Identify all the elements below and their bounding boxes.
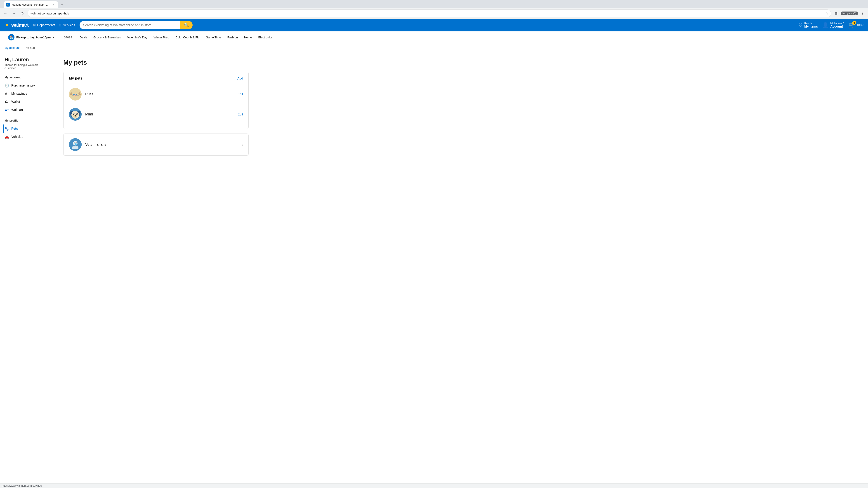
my-items-label: My Items: [804, 25, 818, 28]
account-action[interactable]: 👤 Hi, Lauren D Account: [822, 22, 844, 28]
svg-point-7: [76, 94, 77, 95]
edit-mimi-button[interactable]: Edit: [238, 112, 243, 116]
breadcrumb-separator: /: [22, 46, 23, 50]
sidebar-item-walmart-plus[interactable]: W+ Walmart+: [4, 106, 50, 114]
account-label: Account: [830, 25, 844, 28]
nav-link-deals[interactable]: Deals: [77, 33, 90, 42]
svg-point-20: [73, 113, 74, 114]
url-input[interactable]: [31, 12, 824, 15]
services-nav[interactable]: ⊟ Services: [59, 23, 75, 27]
dog-avatar-svg: [69, 108, 82, 121]
departments-grid-icon: ⊞: [33, 23, 36, 27]
sidebar-pets-label: Pets: [11, 127, 18, 130]
sidebar-account-section: My account 🕐 Purchase history ◎ My savin…: [4, 74, 50, 114]
secondary-nav-links: Deals Grocery & Essentials Valentine's D…: [77, 33, 275, 42]
extensions-button[interactable]: ⊞: [833, 10, 840, 17]
svg-point-8: [75, 95, 76, 96]
svg-point-3: [72, 92, 79, 99]
status-url: https://www.walmart.com/savings: [2, 484, 42, 487]
back-button[interactable]: ←: [2, 10, 9, 17]
svg-point-19: [76, 113, 78, 115]
favorite-icon[interactable]: ☆: [825, 11, 828, 15]
departments-nav[interactable]: ⊞ Departments: [33, 23, 55, 27]
walmart-spark-icon: ✦: [4, 22, 9, 29]
search-button[interactable]: 🔍: [180, 21, 193, 29]
nav-link-fashion[interactable]: Fashion: [225, 33, 241, 42]
tab-bar: W Manage Account - Pet hub - W... × +: [0, 0, 868, 8]
pickup-dropdown-icon: ▾: [53, 35, 54, 39]
cat-avatar-svg: [69, 88, 82, 101]
nav-link-valentines[interactable]: Valentine's Day: [125, 33, 150, 42]
sidebar-item-purchase-history[interactable]: 🕐 Purchase history: [4, 81, 50, 90]
browser-chrome: W Manage Account - Pet hub - W... × + ← …: [0, 0, 868, 19]
sidebar-item-vehicles[interactable]: 🚗 Vehicles: [4, 133, 50, 141]
walmart-logo[interactable]: ✦ walmart: [4, 22, 29, 29]
add-pet-button[interactable]: Add: [237, 76, 243, 80]
page-title: My pets: [63, 59, 249, 66]
pickup-text: Pickup today, 9pm-10pm: [16, 36, 51, 39]
tab-close-button[interactable]: ×: [51, 3, 55, 7]
walmart-header: ✦ walmart ⊞ Departments ⊟ Services 🔍 ♡ R…: [0, 19, 868, 31]
sidebar: Hi, Lauren Thanks for being a Walmart cu…: [0, 52, 54, 488]
walmart-logo-text: walmart: [11, 22, 29, 28]
svg-point-21: [76, 113, 77, 114]
vet-avatar: 🩺: [69, 138, 82, 151]
sidebar-greeting-name: Hi, Lauren: [4, 57, 50, 63]
sidebar-walmart-plus-label: Walmart+: [11, 108, 25, 111]
breadcrumb-my-account[interactable]: My account: [4, 46, 20, 50]
nav-link-grocery[interactable]: Grocery & Essentials: [91, 33, 123, 42]
pet-avatar-puss: [69, 88, 82, 101]
cart-badge: 0: [852, 21, 856, 25]
header-nav: ⊞ Departments ⊟ Services: [33, 23, 75, 27]
sidebar-item-my-savings[interactable]: ◎ My savings: [4, 90, 50, 98]
sidebar-item-pets[interactable]: 🐾 Pets: [3, 125, 50, 133]
cart-action[interactable]: 🛒 0 $0.00: [849, 22, 864, 28]
nav-link-cold[interactable]: Cold, Cough & Flu: [173, 33, 202, 42]
tab-favicon: W: [6, 3, 10, 6]
account-icon: 👤: [822, 22, 829, 28]
nav-link-electronics[interactable]: Electronics: [256, 33, 276, 42]
sidebar-vehicles-label: Vehicles: [11, 135, 23, 138]
vets-card[interactable]: 🩺 Veterinarians ›: [63, 133, 249, 156]
sidebar-purchase-history-label: Purchase history: [11, 84, 35, 87]
header-actions: ♡ Reorder My Items 👤 Hi, Lauren D Accoun…: [798, 22, 864, 28]
pets-card-header: My pets Add: [69, 76, 243, 80]
vehicles-icon: 🚗: [4, 134, 9, 139]
pet-row-mimi: Mimi Edit: [69, 104, 243, 124]
pet-row-puss: Puss Edit: [69, 84, 243, 104]
sidebar-wallet-label: Wallet: [11, 100, 20, 103]
nav-link-winter-prep[interactable]: Winter Prep: [151, 33, 172, 42]
tab-title: Manage Account - Pet hub - W...: [11, 3, 49, 6]
pickup-info[interactable]: 🏪 Pickup today, 9pm-10pm ▾ | 07094: [4, 31, 76, 43]
svg-text:🩺: 🩺: [74, 142, 77, 145]
nav-link-home[interactable]: Home: [241, 33, 255, 42]
sidebar-greeting: Hi, Lauren Thanks for being a Walmart cu…: [4, 57, 50, 70]
refresh-button[interactable]: ↻: [19, 10, 26, 17]
incognito-badge[interactable]: Incognito (3): [841, 11, 858, 15]
nav-link-game-time[interactable]: Game Time: [203, 33, 223, 42]
forward-button[interactable]: →: [10, 10, 18, 17]
vet-section-title: Veterinarians: [85, 142, 241, 147]
divider: |: [58, 35, 59, 39]
header-search: 🔍: [80, 21, 193, 29]
svg-point-22: [74, 115, 76, 116]
account-greeting: Hi, Lauren D: [830, 22, 844, 25]
pet-avatar-mimi: [69, 108, 82, 121]
address-bar[interactable]: ☆: [28, 9, 831, 17]
pets-card-title: My pets: [69, 76, 83, 80]
status-bar: https://www.walmart.com/savings: [0, 483, 868, 488]
sidebar-my-savings-label: My savings: [11, 92, 27, 95]
menu-button[interactable]: ⋮: [859, 10, 866, 17]
search-input[interactable]: [80, 21, 180, 29]
edit-puss-button[interactable]: Edit: [238, 92, 243, 96]
new-tab-button[interactable]: +: [59, 2, 65, 8]
tab-favicon-letter: W: [7, 4, 9, 6]
account-text: Hi, Lauren D Account: [830, 22, 844, 28]
active-tab[interactable]: W Manage Account - Pet hub - W... ×: [4, 1, 58, 8]
purchase-history-icon: 🕐: [4, 83, 9, 88]
main-layout: Hi, Lauren Thanks for being a Walmart cu…: [0, 52, 868, 488]
sidebar-item-wallet[interactable]: 🗂 Wallet: [4, 98, 50, 106]
browser-toolbar: ← → ↻ ☆ ⊞ Incognito (3) ⋮: [0, 8, 868, 19]
reorder-my-items[interactable]: ♡ Reorder My Items: [798, 22, 818, 28]
cart-price: $0.00: [857, 24, 864, 27]
